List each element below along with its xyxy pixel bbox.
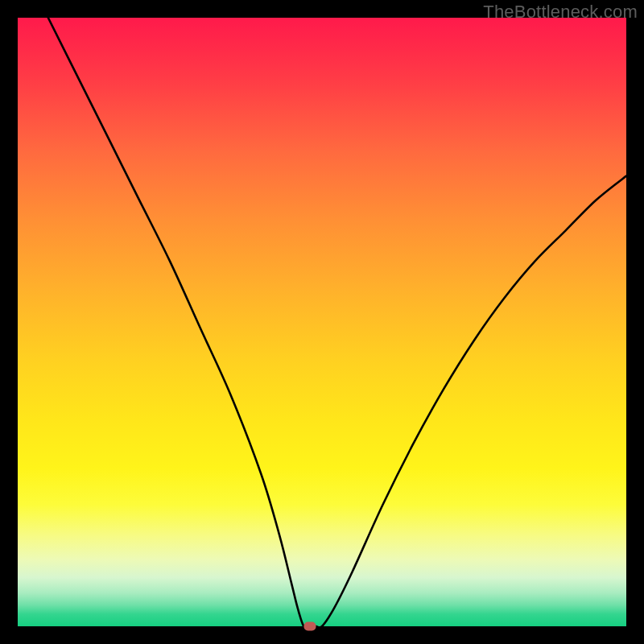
bottleneck-curve <box>18 18 626 626</box>
chart-plot-area <box>18 18 626 626</box>
optimal-point-marker <box>303 622 316 631</box>
chart-frame: TheBottleneck.com <box>0 0 644 644</box>
watermark-text: TheBottleneck.com <box>483 2 638 23</box>
